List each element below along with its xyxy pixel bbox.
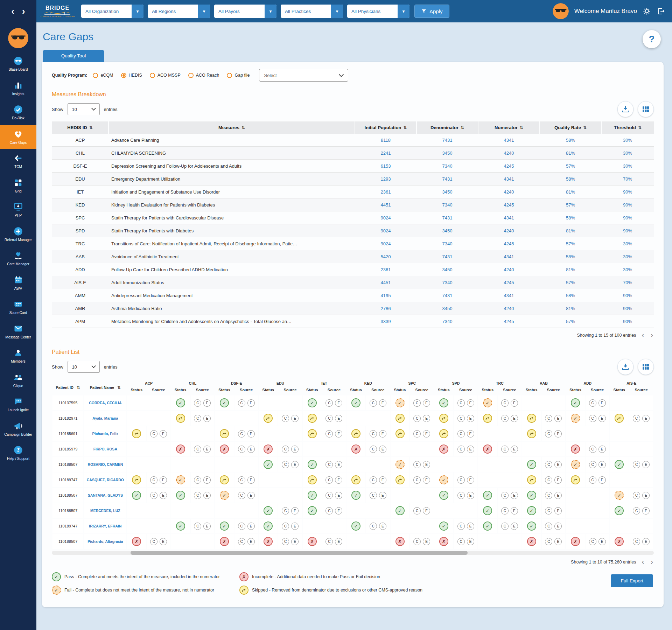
source-e-button[interactable]: E <box>642 461 650 468</box>
fail-status-icon[interactable]: ✓ <box>571 460 580 469</box>
source-c-button[interactable]: C <box>457 399 465 407</box>
skipped-status-icon[interactable] <box>351 475 360 484</box>
help-button[interactable]: ? <box>643 30 661 48</box>
measure-value-link[interactable]: 4240 <box>504 267 514 272</box>
skipped-status-icon[interactable] <box>220 429 229 438</box>
measure-value-link[interactable]: 2361 <box>381 189 391 195</box>
skipped-status-icon[interactable] <box>396 414 405 423</box>
source-e-button[interactable]: E <box>203 492 211 499</box>
source-c-button[interactable]: C <box>413 538 421 545</box>
fail-status-icon[interactable]: ✓ <box>176 475 185 484</box>
source-e-button[interactable]: E <box>291 538 299 545</box>
skipped-status-icon[interactable] <box>396 429 405 438</box>
source-e-button[interactable]: E <box>511 523 518 530</box>
measure-value-link[interactable]: 90% <box>623 215 632 220</box>
measure-value-link[interactable]: 7431 <box>442 176 453 182</box>
measure-value-link[interactable]: 7431 <box>442 215 453 220</box>
radio-aco-mssp[interactable]: ACO MSSP <box>150 73 181 78</box>
sidebar-item-help-support[interactable]: ?Help / Support <box>0 441 36 465</box>
measure-value-link[interactable]: 58% <box>566 254 575 259</box>
incomplete-status-icon[interactable]: ✗ <box>132 537 141 546</box>
skipped-status-icon[interactable] <box>220 475 229 484</box>
column-header-quality-rate[interactable]: Quality Rate⇅ <box>540 121 601 134</box>
sidebar-item-awv[interactable]: AWV <box>0 271 36 295</box>
source-c-button[interactable]: C <box>194 492 201 499</box>
measure-value-link[interactable]: 7431 <box>442 293 453 298</box>
measure-value-link[interactable]: 3450 <box>442 150 453 156</box>
source-e-button[interactable]: E <box>160 538 167 545</box>
pass-status-icon[interactable]: ✓ <box>439 491 448 500</box>
source-c-button[interactable]: C <box>545 415 552 422</box>
source-c-button[interactable]: C <box>326 492 333 499</box>
source-c-button[interactable]: C <box>150 430 158 438</box>
pass-status-icon[interactable]: ✓ <box>220 522 229 531</box>
column-header-denominator[interactable]: Denominator⇅ <box>416 121 478 134</box>
source-c-button[interactable]: C <box>326 538 333 545</box>
source-c-button[interactable]: C <box>589 446 596 453</box>
full-export-button[interactable]: Full Export <box>611 574 653 587</box>
source-e-button[interactable]: E <box>511 446 518 453</box>
source-c-button[interactable]: C <box>413 430 421 438</box>
source-c-button[interactable]: C <box>413 507 421 514</box>
skipped-status-icon[interactable] <box>308 429 317 438</box>
incomplete-status-icon[interactable]: ✗ <box>527 537 536 546</box>
measure-value-link[interactable]: 30% <box>623 241 632 246</box>
horizontal-scrollbar[interactable] <box>52 551 654 555</box>
source-e-button[interactable]: E <box>511 492 518 499</box>
source-c-button[interactable]: C <box>457 446 465 453</box>
measure-value-link[interactable]: 3450 <box>442 267 453 272</box>
fail-status-icon[interactable]: ✓ <box>220 491 229 500</box>
source-e-button[interactable]: E <box>423 399 430 407</box>
pass-status-icon[interactable]: ✓ <box>396 506 405 515</box>
pass-status-icon[interactable]: ✓ <box>483 506 492 515</box>
column-header-threshold[interactable]: Threshold⇅ <box>601 121 654 134</box>
source-e-button[interactable]: E <box>203 476 211 484</box>
radio-ecqm[interactable]: eCQM <box>93 73 113 78</box>
pass-status-icon[interactable]: ✓ <box>483 491 492 500</box>
filter-dropdown-all-organization[interactable]: All Organization▾ <box>81 5 144 18</box>
source-c-button[interactable]: C <box>501 415 509 422</box>
measure-value-link[interactable]: 4240 <box>504 228 514 233</box>
source-e-button[interactable]: E <box>335 492 342 499</box>
measure-value-link[interactable]: 58% <box>566 215 575 220</box>
incomplete-status-icon[interactable]: ✗ <box>571 537 580 546</box>
sub-header-source[interactable]: Source <box>629 386 653 395</box>
source-c-button[interactable]: C <box>326 399 333 407</box>
patient-name-link[interactable]: Pichardo, Altagracia <box>84 534 126 549</box>
measure-value-link[interactable]: 6153 <box>381 163 391 169</box>
sub-header-source[interactable]: Source <box>454 386 477 395</box>
source-e-button[interactable]: E <box>554 523 562 530</box>
measure-value-link[interactable]: 90% <box>623 202 632 208</box>
source-e-button[interactable]: E <box>423 476 430 484</box>
measure-value-link[interactable]: 4245 <box>504 202 514 208</box>
measure-value-link[interactable]: 70% <box>623 280 632 285</box>
next-page-chevron-icon[interactable]: › <box>650 558 654 566</box>
source-c-button[interactable]: C <box>370 399 377 407</box>
source-c-button[interactable]: C <box>238 399 245 407</box>
measures-page-size-select[interactable]: 10 <box>68 103 100 115</box>
source-e-button[interactable]: E <box>423 430 430 438</box>
source-c-button[interactable]: C <box>457 492 465 499</box>
pass-status-icon[interactable]: ✓ <box>571 398 580 407</box>
source-e-button[interactable]: E <box>379 492 386 499</box>
patient-id-header[interactable]: Patient ID ⇅ <box>52 380 83 395</box>
pass-status-icon[interactable]: ✓ <box>615 506 624 515</box>
source-c-button[interactable]: C <box>413 461 421 468</box>
patient-name-link[interactable]: SANTANA, GLADYS <box>84 488 126 503</box>
source-c-button[interactable]: C <box>589 399 596 407</box>
pass-status-icon[interactable]: ✓ <box>264 522 273 531</box>
source-e-button[interactable]: E <box>335 507 342 514</box>
measure-value-link[interactable]: 2361 <box>381 267 391 272</box>
source-c-button[interactable]: C <box>194 415 201 422</box>
source-e-button[interactable]: E <box>335 430 342 438</box>
source-e-button[interactable]: E <box>291 446 299 453</box>
source-e-button[interactable]: E <box>598 415 606 422</box>
source-e-button[interactable]: E <box>379 399 386 407</box>
sub-header-status[interactable]: Status <box>610 386 629 395</box>
source-e-button[interactable]: E <box>642 492 650 499</box>
measure-value-link[interactable]: 4451 <box>381 202 391 208</box>
measure-value-link[interactable]: 4245 <box>504 163 514 169</box>
measure-value-link[interactable]: 4240 <box>504 306 514 311</box>
source-e-button[interactable]: E <box>247 476 255 484</box>
pass-status-icon[interactable]: ✓ <box>176 522 185 531</box>
